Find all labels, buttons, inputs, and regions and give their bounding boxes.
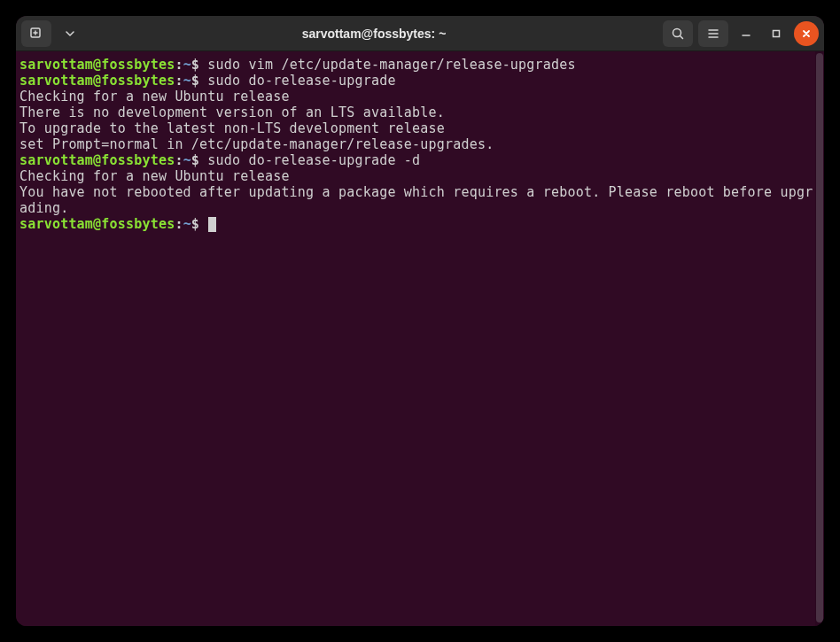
prompt-user-host: sarvottam@fossbytes xyxy=(19,73,175,89)
hamburger-icon xyxy=(706,27,720,41)
titlebar-left xyxy=(21,20,85,47)
terminal-cursor xyxy=(208,217,216,232)
terminal-command: sudo do-release-upgrade -d xyxy=(207,152,420,168)
terminal-command: sudo vim /etc/update-manager/release-upg… xyxy=(207,57,575,73)
terminal-output-text: To upgrade to the latest non-LTS develop… xyxy=(19,120,453,136)
prompt-colon: : xyxy=(175,73,183,89)
search-button[interactable] xyxy=(663,20,693,47)
terminal-prompt-line: sarvottam@fossbytes:~$ sudo do-release-u… xyxy=(19,73,821,89)
terminal-prompt-line: sarvottam@fossbytes:~$ sudo vim /etc/upd… xyxy=(19,57,821,73)
new-tab-icon xyxy=(29,27,43,41)
minimize-icon xyxy=(741,28,751,39)
terminal-output-text: You have not rebooted after updating a p… xyxy=(19,184,813,216)
terminal-content: sarvottam@fossbytes:~$ sudo vim /etc/upd… xyxy=(19,57,821,232)
terminal-output-line: To upgrade to the latest non-LTS develop… xyxy=(19,120,821,136)
prompt-path: ~ xyxy=(183,73,191,89)
prompt-path: ~ xyxy=(183,216,191,232)
minimize-button[interactable] xyxy=(734,21,758,46)
titlebar: sarvottam@fossbytes: ~ xyxy=(16,16,824,51)
prompt-path: ~ xyxy=(183,57,191,73)
terminal-output-line: There is no development version of an LT… xyxy=(19,104,821,120)
maximize-icon xyxy=(771,28,782,39)
terminal-output-line: set Prompt=normal in /etc/update-manager… xyxy=(19,136,821,152)
prompt-colon: : xyxy=(175,152,183,168)
maximize-button[interactable] xyxy=(764,21,789,46)
terminal-window: sarvottam@fossbytes: ~ xyxy=(16,16,824,626)
new-tab-button[interactable] xyxy=(21,20,51,47)
window-title: sarvottam@fossbytes: ~ xyxy=(90,27,657,41)
search-icon xyxy=(671,27,685,41)
terminal-prompt-line: sarvottam@fossbytes:~$ xyxy=(19,216,821,232)
terminal-output-text: There is no development version of an LT… xyxy=(19,104,445,120)
prompt-path: ~ xyxy=(183,152,191,168)
terminal-command: sudo do-release-upgrade xyxy=(207,73,395,89)
terminal-output-line: Checking for a new Ubuntu release xyxy=(19,89,821,104)
close-icon xyxy=(801,28,812,39)
terminal-prompt-line: sarvottam@fossbytes:~$ sudo do-release-u… xyxy=(19,152,821,168)
titlebar-right xyxy=(663,20,819,47)
prompt-colon: : xyxy=(175,57,183,73)
terminal-output-text: Checking for a new Ubuntu release xyxy=(19,89,290,104)
prompt-user-host: sarvottam@fossbytes xyxy=(19,152,175,168)
scrollbar-track[interactable] xyxy=(815,51,824,626)
svg-rect-2 xyxy=(774,30,780,36)
terminal-output-text: set Prompt=normal in /etc/update-manager… xyxy=(19,136,494,152)
prompt-symbol: $ xyxy=(191,73,207,89)
terminal-body[interactable]: sarvottam@fossbytes:~$ sudo vim /etc/upd… xyxy=(16,51,824,626)
prompt-symbol: $ xyxy=(191,152,207,168)
prompt-user-host: sarvottam@fossbytes xyxy=(19,57,175,73)
close-button[interactable] xyxy=(794,21,819,46)
scrollbar-thumb[interactable] xyxy=(816,53,823,623)
hamburger-menu-button[interactable] xyxy=(698,20,728,47)
prompt-symbol: $ xyxy=(191,216,207,232)
chevron-down-icon xyxy=(66,29,74,38)
prompt-symbol: $ xyxy=(191,57,207,73)
terminal-output-line: Checking for a new Ubuntu release xyxy=(19,168,821,184)
tab-menu-button[interactable] xyxy=(55,20,85,47)
prompt-colon: : xyxy=(175,216,183,232)
terminal-output-text: Checking for a new Ubuntu release xyxy=(19,168,290,184)
prompt-user-host: sarvottam@fossbytes xyxy=(19,216,175,232)
terminal-output-line: You have not rebooted after updating a p… xyxy=(19,184,821,216)
